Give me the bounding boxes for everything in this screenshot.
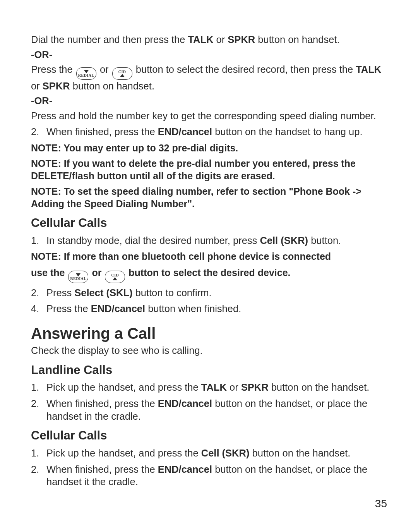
btn-talk-label: TALK — [201, 382, 227, 393]
text: button on handset. — [255, 34, 339, 45]
text: button to select the desired record, the… — [136, 64, 356, 75]
text: or — [214, 34, 228, 45]
list-item: 1. In standby mode, dial the desired num… — [31, 234, 387, 247]
text: button on the handset to hang up. — [212, 126, 363, 137]
text: or — [100, 64, 111, 75]
list-item: 2. When finished, press the END/cancel b… — [31, 463, 387, 488]
text: or — [92, 267, 104, 278]
note-predial-digits: NOTE: You may enter up to 32 pre-dial di… — [31, 142, 387, 154]
answer-intro: Check the display to see who is calling. — [31, 344, 387, 357]
text: button on the handset. — [249, 448, 350, 458]
text: button when finished. — [145, 303, 241, 314]
btn-end-cancel-label: END/cancel — [158, 464, 212, 475]
text: Dial the number and then press the — [31, 34, 188, 45]
text: When finished, press the — [46, 398, 158, 409]
heading-landline-calls: Landline Calls — [31, 362, 387, 378]
manual-page: Dial the number and then press the TALK … — [0, 0, 418, 532]
heading-cellular-calls: Cellular Calls — [31, 215, 387, 231]
step-end-cell: When finished, press the END/cancel butt… — [46, 463, 387, 488]
list-marker: 4. — [31, 302, 46, 315]
text: or — [227, 382, 241, 393]
list-marker: 1. — [31, 234, 46, 247]
btn-cell-skr-label: Cell (SKR) — [201, 448, 250, 458]
redial-down-icon: REDIAL — [75, 66, 97, 79]
step-end-landline: When finished, press the END/cancel butt… — [46, 397, 387, 422]
btn-end-cancel-label: END/cancel — [158, 126, 212, 137]
heading-answering-call: Answering a Call — [31, 324, 387, 343]
text: button to confirm. — [132, 287, 211, 298]
list-marker: 2. — [31, 397, 46, 410]
btn-end-cancel-label: END/cancel — [158, 398, 212, 409]
icon-label: REDIAL — [78, 74, 94, 77]
or-separator: -OR- — [31, 48, 387, 61]
text: When finished, press the — [46, 464, 158, 475]
icon-label: CID — [111, 273, 119, 277]
note-bt-select-device: NOTE: If more than one bluetooth cell ph… — [31, 250, 387, 283]
btn-end-cancel-label: END/cancel — [91, 303, 145, 314]
step-end-cancel: When finished, press the END/cancel butt… — [46, 125, 387, 138]
note-delete-predial: NOTE: If you want to delete the pre-dial… — [31, 157, 387, 182]
text: button to select the desired device. — [128, 267, 290, 278]
text: Pick up the handset, and press the — [46, 382, 201, 393]
heading-cellular-calls-answer: Cellular Calls — [31, 428, 387, 443]
step-end-cancel-cell: Press the END/cancel button when finishe… — [46, 302, 387, 315]
icon-label: CID — [118, 70, 126, 74]
cid-up-icon: CID — [111, 66, 133, 79]
step-hold-number-key: Press and hold the number key to get the… — [31, 110, 387, 122]
text: button on the handset. — [269, 382, 370, 393]
list-marker: 1. — [31, 381, 46, 394]
text: Press — [46, 287, 74, 298]
text: When finished, press the — [46, 126, 158, 137]
text: button. — [308, 235, 341, 246]
step-press-redial-cid: Press the REDIAL or CID button to select… — [31, 63, 387, 92]
btn-select-skl-label: Select (SKL) — [74, 287, 132, 298]
list-item: 2. When finished, press the END/cancel b… — [31, 125, 387, 138]
text: Pick up the handset, and press the — [46, 448, 201, 458]
btn-spkr-label: SPKR — [43, 81, 70, 91]
text: or — [31, 81, 43, 91]
text: Press the — [31, 64, 75, 75]
list-item: 1. Pick up the handset, and press the Ce… — [31, 447, 387, 460]
list-marker: 1. — [31, 447, 46, 460]
icon-label: REDIAL — [70, 277, 87, 280]
redial-down-icon: REDIAL — [67, 269, 89, 283]
text: use the — [31, 267, 67, 278]
list-marker: 2. — [31, 287, 46, 299]
note-line: NOTE: If more than one bluetooth cell ph… — [31, 250, 387, 263]
btn-spkr-label: SPKR — [228, 34, 255, 45]
cid-up-icon: CID — [104, 269, 126, 283]
btn-cell-skr-label: Cell (SKR) — [260, 235, 308, 246]
btn-talk-label: TALK — [356, 64, 381, 75]
text: In standby mode, dial the desired number… — [46, 235, 260, 246]
step-dial-number: Dial the number and then press the TALK … — [31, 33, 387, 46]
note-line: use the REDIAL or CID button to select t… — [31, 266, 387, 283]
text: button on handset. — [70, 81, 154, 91]
note-speed-dial-ref: NOTE: To set the speed dialing number, r… — [31, 185, 387, 210]
list-item: 2. Press Select (SKL) button to confirm. — [31, 287, 387, 299]
btn-talk-label: TALK — [188, 34, 213, 45]
list-marker: 2. — [31, 125, 46, 138]
step-pickup-landline: Pick up the handset, and press the TALK … — [46, 381, 387, 394]
list-item: 2. When finished, press the END/cancel b… — [31, 397, 387, 422]
step-dial-cell: In standby mode, dial the desired number… — [46, 234, 387, 247]
step-pickup-cell: Pick up the handset, and press the Cell … — [46, 447, 387, 460]
or-separator: -OR- — [31, 94, 387, 107]
text: Press the — [46, 303, 91, 314]
btn-spkr-label: SPKR — [241, 382, 269, 393]
list-item: 4. Press the END/cancel button when fini… — [31, 302, 387, 315]
page-number: 35 — [375, 497, 387, 511]
list-marker: 2. — [31, 463, 46, 476]
step-select-skl: Press Select (SKL) button to confirm. — [46, 287, 387, 299]
list-item: 1. Pick up the handset, and press the TA… — [31, 381, 387, 394]
